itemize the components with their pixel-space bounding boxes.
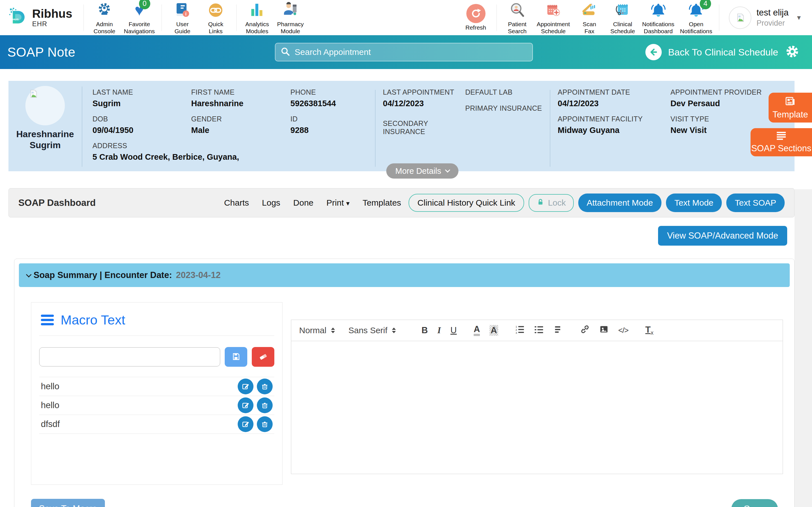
open-notifications-icon: 4 <box>688 1 705 19</box>
field-phone: PHONE 5926381544 <box>290 88 375 108</box>
save-to-macro-button[interactable]: Save To Macro <box>31 499 105 507</box>
nav-label: OpenNotifications <box>680 20 712 35</box>
done-link[interactable]: Done <box>293 198 313 208</box>
chevron-down-icon: ▾ <box>797 13 801 22</box>
quick-links-icon <box>207 1 224 19</box>
macro-text-input[interactable] <box>39 347 220 367</box>
clinical-history-quick-link-button[interactable]: Clinical History Quick Link <box>409 194 524 212</box>
nav-label: Refresh <box>465 24 486 31</box>
nav-admin-console[interactable]: AdminConsole <box>88 1 121 35</box>
back-arrow-icon[interactable] <box>645 44 662 60</box>
text-color-button[interactable]: A <box>474 325 480 336</box>
edit-macro-button[interactable] <box>238 397 253 413</box>
field-dob: DOB 09/04/1950 <box>93 115 191 135</box>
view-soap-advanced-mode-button[interactable]: View SOAP/Advanced Mode <box>658 226 787 245</box>
scan-fax-icon <box>580 1 598 19</box>
attachment-mode-button[interactable]: Attachment Mode <box>578 193 661 212</box>
delete-macro-button[interactable] <box>257 397 273 413</box>
brand-logo[interactable]: BHUS Ribhus EHR <box>8 7 72 29</box>
soap-sections-button[interactable]: SOAP Sections <box>751 128 812 156</box>
format-select[interactable]: Normal <box>299 326 335 335</box>
link-button[interactable] <box>580 325 590 336</box>
page-content: Hareshnarine Sugrim LAST NAME Sugrim DOB… <box>0 81 812 507</box>
nav-pharmacy-module[interactable]: PharmacyModule <box>274 1 307 35</box>
italic-button[interactable]: I <box>437 325 441 335</box>
bold-button[interactable]: B <box>421 325 428 335</box>
nav-notifications-dashboard[interactable]: NotificationsDashboard <box>639 1 677 35</box>
more-details-button[interactable]: More Details <box>386 163 458 179</box>
nav-analytics-modules[interactable]: AnalyticsModules <box>241 1 274 35</box>
clear-formatting-button[interactable]: Tx <box>645 325 654 336</box>
user-role: Provider <box>756 19 789 27</box>
underline-button[interactable]: U <box>451 325 457 335</box>
templates-link[interactable]: Templates <box>363 198 401 208</box>
print-dropdown[interactable]: Print ▾ <box>326 198 350 208</box>
delete-macro-button[interactable] <box>257 416 273 432</box>
save-button[interactable]: Save <box>731 499 778 507</box>
user-avatar <box>729 6 751 29</box>
macro-save-button[interactable] <box>225 347 247 367</box>
edit-macro-button[interactable] <box>238 416 253 432</box>
divider <box>719 4 719 31</box>
editor-content-area[interactable] <box>291 341 783 474</box>
text-mode-button[interactable]: Text Mode <box>666 193 722 212</box>
divider <box>236 4 237 31</box>
font-select[interactable]: Sans Serif <box>349 326 396 335</box>
field-id: ID 9288 <box>290 115 375 135</box>
macro-clear-button[interactable] <box>252 347 274 367</box>
nav-user-guide[interactable]: i UserGuide <box>166 1 199 35</box>
divider <box>161 4 162 31</box>
delete-macro-button[interactable] <box>257 379 273 394</box>
divider <box>497 4 497 31</box>
edit-macro-button[interactable] <box>238 379 253 394</box>
patient-name: Hareshnarine Sugrim <box>14 129 76 151</box>
rich-text-editor: Normal Sans Serif B I U A A 123 <box>291 320 783 485</box>
select-arrows-icon <box>331 328 335 333</box>
user-menu[interactable]: test elija Provider ▾ <box>729 6 801 29</box>
text-soap-button[interactable]: Text SOAP <box>726 193 784 212</box>
template-icon <box>784 96 797 108</box>
nav-label: NotificationsDashboard <box>642 20 674 35</box>
macro-list-item: hello <box>39 396 274 415</box>
nav-open-notifications[interactable]: 4 OpenNotifications <box>677 1 715 35</box>
nav-patient-search[interactable]: PatientSearch <box>501 1 534 35</box>
top-navigation-bar: BHUS Ribhus EHR AdminConsole ♥ 0 Favorit… <box>0 0 812 35</box>
svg-text:3: 3 <box>515 331 517 334</box>
brand-subtitle: EHR <box>32 20 72 28</box>
nav-refresh[interactable]: Refresh <box>459 4 493 31</box>
patient-info-panel: Hareshnarine Sugrim LAST NAME Sugrim DOB… <box>8 81 795 171</box>
nav-label: AdminConsole <box>94 20 115 35</box>
soap-note-header: SOAP Note Back To Clinical Schedule <box>0 35 812 69</box>
align-button[interactable] <box>553 325 563 336</box>
collapse-chevron-icon <box>26 272 32 277</box>
lock-button[interactable]: Lock <box>529 194 573 212</box>
search-input[interactable] <box>295 47 527 57</box>
nav-favorite-navigations[interactable]: ♥ 0 FavoriteNavigations <box>121 1 158 35</box>
charts-link[interactable]: Charts <box>224 198 249 208</box>
nav-appointment-schedule[interactable]: AppointmentSchedule <box>534 1 573 35</box>
code-button[interactable]: </> <box>618 326 628 335</box>
nav-scan-fax[interactable]: ScanFax <box>573 1 606 35</box>
macro-list-item: hello <box>39 377 274 396</box>
bullet-list-button[interactable] <box>534 325 544 336</box>
scrollbar-track[interactable] <box>795 189 812 507</box>
list-icon <box>776 131 787 142</box>
template-button[interactable]: Template <box>769 93 812 122</box>
soap-summary-header[interactable]: Soap Summary | Encounter Date: 2023-04-1… <box>19 263 790 287</box>
floppy-disk-icon <box>232 352 241 362</box>
ordered-list-button[interactable]: 123 <box>515 325 525 336</box>
svg-text:i: i <box>185 11 187 16</box>
svg-text:2: 2 <box>515 328 517 331</box>
nav-clinical-schedule[interactable]: ClinicalSchedule <box>606 1 639 35</box>
nav-quick-links[interactable]: QuickLinks <box>199 1 232 35</box>
logs-link[interactable]: Logs <box>262 198 280 208</box>
settings-gear-icon[interactable] <box>784 44 800 61</box>
macro-menu-icon[interactable] <box>41 315 54 325</box>
image-button[interactable] <box>599 325 609 336</box>
nav-label: AppointmentSchedule <box>537 20 570 35</box>
highlight-color-button[interactable]: A <box>490 325 498 336</box>
macro-text-panel: Macro Text <box>31 302 283 485</box>
appointment-search[interactable] <box>275 43 533 61</box>
back-to-clinical-schedule-link[interactable]: Back To Clinical Schedule <box>668 47 778 58</box>
field-first-name: FIRST NAME Hareshnarine <box>191 88 290 108</box>
